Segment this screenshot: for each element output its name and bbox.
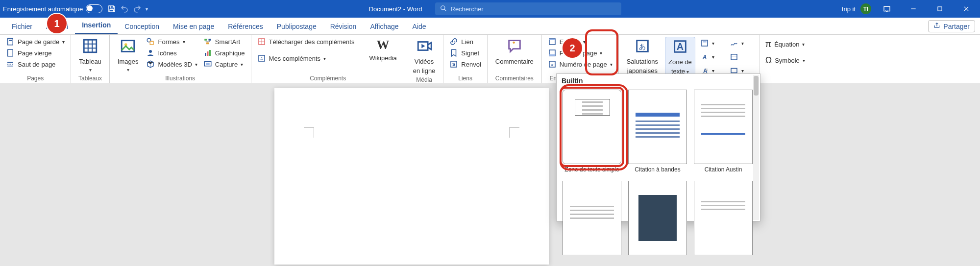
maximize-icon[interactable]: [929, 0, 951, 18]
svg-text:あ: あ: [639, 43, 646, 50]
annotation-box-gallery: [560, 84, 628, 170]
gallery-item-citation-bandes[interactable]: Citation à bandes: [628, 90, 687, 173]
chart-label: Graphique: [215, 49, 245, 57]
group-tables: Tableau ▾ Tableaux: [71, 35, 110, 84]
text-box-icon: A: [672, 38, 688, 56]
autosave-control[interactable]: Enregistrement automatique: [3, 4, 102, 13]
minimize-icon[interactable]: [903, 0, 924, 18]
svg-rect-52: [731, 69, 737, 73]
tab-insertion[interactable]: Insertion: [75, 17, 118, 34]
undo-icon[interactable]: [120, 4, 129, 13]
models3d-button[interactable]: Modèles 3D▾: [145, 59, 198, 69]
gallery-item-5[interactable]: [628, 181, 687, 257]
date-time-button[interactable]: [729, 50, 754, 63]
svg-rect-8: [9, 40, 12, 41]
tab-affichage[interactable]: Affichage: [363, 19, 405, 34]
search-icon: [440, 5, 447, 13]
svg-rect-43: [702, 40, 708, 46]
tab-conception[interactable]: Conception: [118, 19, 166, 34]
tab-revision[interactable]: Révision: [323, 19, 364, 34]
svg-rect-27: [259, 55, 265, 61]
svg-rect-23: [206, 63, 210, 65]
symbol-icon: Ω: [765, 55, 772, 66]
shapes-button[interactable]: Formes▾: [145, 37, 198, 47]
gallery-item-citation-austin[interactable]: Citation Austin: [694, 90, 753, 173]
wikipedia-button[interactable]: W Wikipedia: [366, 37, 399, 63]
share-button[interactable]: Partager: [928, 20, 975, 32]
online-video-button[interactable]: Vidéos en ligne: [410, 37, 439, 75]
crossref-button[interactable]: Renvoi: [448, 59, 482, 69]
svg-rect-34: [549, 39, 555, 40]
svg-text:A: A: [677, 41, 684, 52]
search-box[interactable]: Rechercher: [435, 2, 621, 15]
smartart-button[interactable]: SmartArt: [202, 37, 246, 47]
link-button[interactable]: Lien: [448, 37, 482, 47]
equation-button[interactable]: π Équation▾: [764, 39, 806, 50]
redo-icon[interactable]: [133, 4, 142, 13]
account-name[interactable]: trip it: [842, 5, 856, 13]
svg-rect-16: [204, 39, 207, 41]
salutations-icon: あ: [634, 38, 651, 56]
bookmark-button[interactable]: Signet: [448, 48, 482, 58]
tab-aide[interactable]: Aide: [406, 19, 433, 34]
annotation-1: 1: [47, 14, 67, 33]
tab-fichier[interactable]: Fichier: [5, 19, 39, 34]
ribbon-tabs: Fichier Accueil Insertion Conception Mis…: [0, 18, 980, 35]
document-page[interactable]: [274, 88, 549, 265]
wordart-button[interactable]: A▾: [699, 50, 725, 63]
tab-mise-en-page[interactable]: Mise en page: [166, 19, 221, 34]
group-illustrations-label: Illustrations: [115, 74, 246, 84]
svg-text:#: #: [551, 63, 554, 67]
svg-rect-18: [206, 43, 209, 45]
cover-page-label: Page de garde: [18, 38, 59, 46]
wikipedia-icon: W: [377, 38, 390, 52]
text-box-button[interactable]: A Zone de texte ▾: [665, 37, 695, 76]
video-icon: [416, 38, 433, 56]
salutations-label-1: Salutations: [627, 58, 658, 65]
crossref-label: Renvoi: [461, 61, 481, 68]
images-label: Images: [118, 58, 139, 65]
svg-rect-9: [8, 49, 13, 56]
gallery-item-6[interactable]: [694, 181, 753, 257]
icons-button[interactable]: Icônes: [145, 48, 198, 58]
online-video-label-1: Vidéos: [415, 58, 434, 65]
comment-button[interactable]: Commentaire: [492, 37, 537, 66]
share-icon: [933, 22, 940, 30]
ribbon-display-icon[interactable]: [876, 0, 898, 18]
group-comments: Commentaire Commentaires: [488, 35, 542, 84]
group-media: Vidéos en ligne Média: [405, 35, 444, 84]
tab-publipostage[interactable]: Publipostage: [270, 19, 323, 34]
svg-marker-29: [421, 44, 425, 48]
quick-parts-button[interactable]: ▾: [699, 37, 725, 49]
page-break-button[interactable]: Saut de page: [5, 59, 66, 69]
autosave-toggle-icon[interactable]: [86, 4, 102, 13]
share-label: Partager: [943, 23, 970, 30]
table-button[interactable]: Tableau ▾: [76, 37, 104, 73]
svg-rect-46: [731, 54, 737, 60]
document-surface[interactable]: [0, 83, 980, 266]
get-addins-button[interactable]: Télécharger des compléments: [256, 37, 356, 47]
signature-line-button[interactable]: ▾: [729, 37, 754, 49]
svg-rect-19: [205, 53, 206, 56]
gallery-item-4[interactable]: [563, 181, 621, 257]
svg-rect-11: [122, 41, 134, 52]
blank-page-button[interactable]: Page vierge: [5, 48, 66, 58]
group-pages: Page de garde▾ Page vierge Saut de page …: [0, 35, 71, 84]
symbol-button[interactable]: Ω Symbole▾: [764, 55, 806, 66]
tab-references[interactable]: Références: [221, 19, 270, 34]
images-button[interactable]: Images ▾: [115, 37, 142, 73]
close-icon[interactable]: [956, 0, 977, 18]
svg-rect-4: [938, 7, 942, 11]
my-addins-button[interactable]: Mes compléments▾: [256, 53, 356, 63]
capture-button[interactable]: Capture▾: [202, 59, 246, 69]
text-box-label-1: Zone de: [668, 58, 692, 66]
cover-page-button[interactable]: Page de garde▾: [5, 37, 66, 47]
svg-rect-7: [8, 38, 13, 45]
table-icon: [82, 38, 98, 56]
svg-rect-2: [884, 6, 890, 11]
chevron-down-icon: ▾: [89, 67, 92, 73]
chart-button[interactable]: Graphique: [202, 48, 246, 58]
save-icon[interactable]: [107, 4, 116, 13]
account-avatar[interactable]: TI: [860, 3, 871, 14]
gallery-scrollbar[interactable]: [753, 75, 759, 220]
